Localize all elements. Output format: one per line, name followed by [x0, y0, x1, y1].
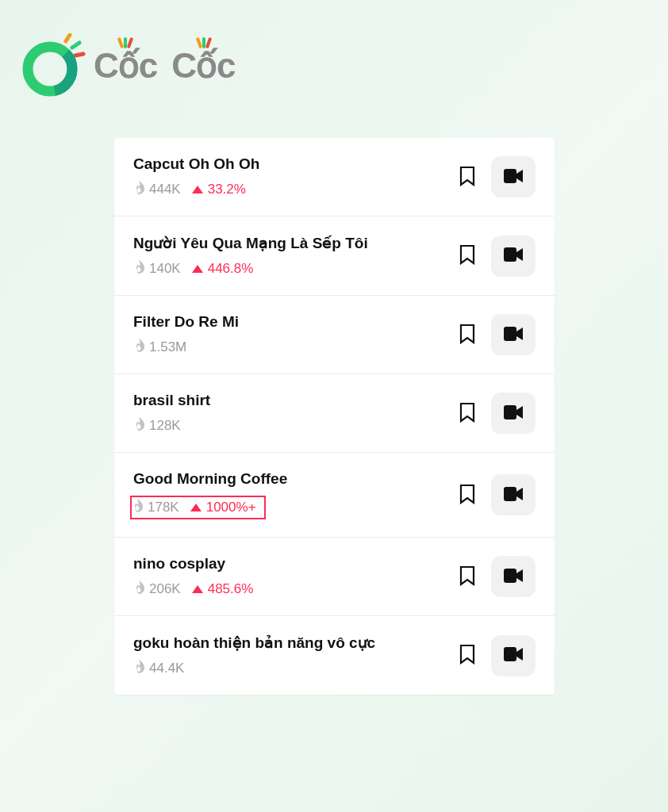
- list-item[interactable]: brasil shirt128K: [114, 374, 555, 453]
- video-camera-icon: [504, 169, 523, 186]
- trend-stat: 1000%+: [190, 500, 256, 515]
- logo-accent-icon: [198, 37, 210, 48]
- video-camera-icon: [504, 487, 523, 504]
- svg-rect-2: [504, 169, 516, 183]
- fire-icon: [133, 580, 144, 598]
- trend-stat: 446.8%: [192, 261, 254, 277]
- bookmark-icon: [459, 244, 476, 267]
- views-stat: 140K: [133, 260, 181, 278]
- item-actions: [455, 314, 536, 355]
- views-count: 128K: [149, 418, 181, 434]
- fire-icon: [132, 499, 143, 516]
- item-title: brasil shirt: [133, 392, 455, 409]
- video-camera-icon: [504, 569, 523, 585]
- item-actions: [455, 156, 536, 197]
- list-item-content: Filter Do Re Mi1.53M: [133, 313, 455, 356]
- fire-icon: [133, 260, 144, 278]
- list-item[interactable]: Filter Do Re Mi1.53M: [114, 296, 555, 374]
- bookmark-icon: [459, 402, 476, 425]
- svg-rect-6: [504, 487, 516, 501]
- views-count: 206K: [149, 581, 181, 597]
- list-item[interactable]: goku hoàn thiện bản năng vô cực44.4K: [114, 616, 555, 695]
- fire-icon: [133, 417, 144, 435]
- bookmark-button[interactable]: [455, 322, 480, 347]
- brand-word-2: Cốc: [171, 45, 235, 86]
- fire-icon: [133, 660, 144, 677]
- item-actions: [455, 635, 536, 676]
- views-stat: 178K: [132, 499, 179, 516]
- highlight-box: 178K1000%+: [130, 496, 266, 519]
- list-item[interactable]: Capcut Oh Oh Oh444K33.2%: [114, 138, 555, 216]
- bookmark-button[interactable]: [455, 243, 480, 269]
- item-stats: 140K446.8%: [133, 260, 455, 278]
- list-item-content: Good Morning Coffee178K1000%+: [133, 470, 455, 519]
- item-title: Filter Do Re Mi: [133, 313, 455, 331]
- logo-accent-icon: [119, 37, 132, 48]
- list-item[interactable]: Good Morning Coffee178K1000%+: [114, 453, 555, 538]
- trend-value: 446.8%: [208, 261, 254, 277]
- bookmark-button[interactable]: [455, 164, 480, 190]
- video-button[interactable]: [491, 314, 536, 355]
- list-item[interactable]: nino cosplay206K485.6%: [114, 538, 555, 616]
- brand-word-1: Cốc: [94, 45, 157, 86]
- video-button[interactable]: [491, 156, 536, 197]
- bookmark-icon: [459, 565, 476, 588]
- bookmark-icon: [459, 644, 476, 667]
- views-count: 140K: [149, 261, 181, 277]
- item-actions: [455, 236, 536, 277]
- bookmark-icon: [459, 324, 476, 347]
- video-button[interactable]: [491, 556, 536, 597]
- views-count: 444K: [149, 182, 181, 197]
- bookmark-button[interactable]: [455, 564, 480, 589]
- views-count: 44.4K: [149, 661, 184, 676]
- trend-stat: 485.6%: [192, 581, 254, 597]
- views-stat: 206K: [133, 580, 181, 598]
- svg-rect-7: [504, 569, 516, 583]
- list-item-content: goku hoàn thiện bản năng vô cực44.4K: [133, 634, 455, 677]
- bookmark-button[interactable]: [455, 482, 480, 508]
- list-item[interactable]: Người Yêu Qua Mạng Là Sếp Tôi140K446.8%: [114, 216, 555, 296]
- video-camera-icon: [504, 327, 523, 343]
- svg-rect-4: [504, 327, 516, 341]
- bookmark-button[interactable]: [455, 400, 480, 426]
- item-title: nino cosplay: [133, 555, 455, 573]
- video-camera-icon: [504, 647, 523, 664]
- views-stat: 444K: [133, 181, 181, 198]
- item-title: goku hoàn thiện bản năng vô cực: [133, 634, 455, 652]
- views-stat: 128K: [133, 417, 181, 435]
- svg-rect-8: [504, 647, 516, 661]
- video-camera-icon: [504, 247, 523, 264]
- item-stats: 206K485.6%: [133, 580, 455, 598]
- video-button[interactable]: [491, 635, 536, 676]
- video-button[interactable]: [491, 393, 536, 434]
- item-title: Người Yêu Qua Mạng Là Sếp Tôi: [133, 234, 455, 252]
- item-actions: [455, 393, 536, 434]
- trend-value: 1000%+: [206, 500, 256, 515]
- video-camera-icon: [504, 405, 523, 422]
- item-title: Capcut Oh Oh Oh: [133, 155, 455, 173]
- fire-icon: [133, 181, 144, 198]
- bookmark-icon: [459, 166, 476, 189]
- list-item-content: nino cosplay206K485.6%: [133, 555, 455, 598]
- item-actions: [455, 556, 536, 597]
- views-stat: 1.53M: [133, 339, 186, 356]
- bookmark-button[interactable]: [455, 643, 480, 668]
- item-stats: 178K1000%+: [133, 496, 455, 519]
- video-button[interactable]: [491, 236, 536, 277]
- item-stats: 128K: [133, 417, 455, 435]
- trend-up-icon: [190, 504, 202, 511]
- list-item-content: Capcut Oh Oh Oh444K33.2%: [133, 155, 455, 198]
- trend-value: 485.6%: [208, 581, 254, 597]
- list-item-content: Người Yêu Qua Mạng Là Sếp Tôi140K446.8%: [133, 234, 455, 278]
- list-item-content: brasil shirt128K: [133, 392, 455, 435]
- brand-logo: Cốc Cốc: [22, 33, 236, 97]
- views-count: 1.53M: [149, 339, 186, 355]
- video-button[interactable]: [491, 474, 536, 515]
- item-actions: [455, 474, 536, 515]
- trend-stat: 33.2%: [192, 182, 246, 197]
- trend-value: 33.2%: [208, 182, 246, 197]
- bookmark-icon: [459, 484, 476, 507]
- fire-icon: [133, 339, 144, 356]
- svg-rect-3: [504, 247, 516, 262]
- trend-up-icon: [192, 265, 203, 273]
